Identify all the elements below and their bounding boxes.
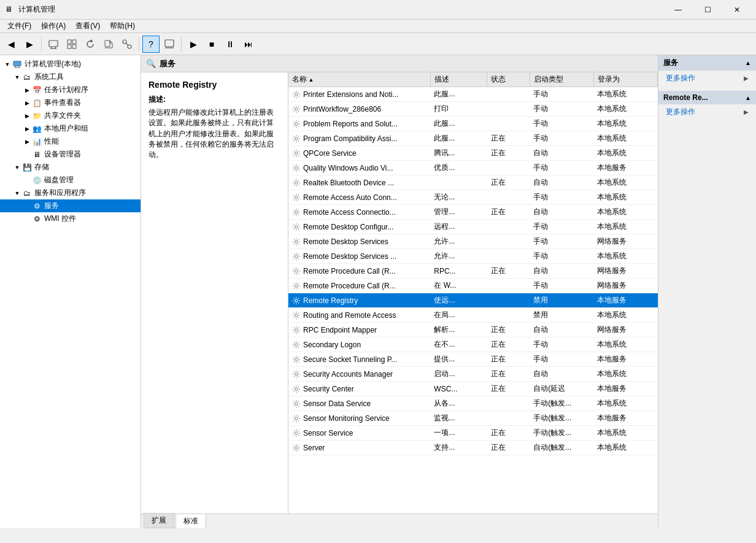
event-toggle[interactable]: ▶ [22,98,32,108]
tree-system-tools[interactable]: ▼ 🗂 系统工具 [0,71,141,83]
table-row[interactable]: Remote Procedure Call (R...RPC...正在自动网络服… [288,264,658,279]
detail-title: Remote Registry [148,80,280,90]
perf-toggle[interactable]: ▶ [22,137,32,147]
tree-device-manager[interactable]: ▶ 🖥 设备管理器 [0,148,141,161]
export-button[interactable] [100,36,117,53]
shared-toggle[interactable]: ▶ [22,111,32,121]
back-button[interactable]: ◀ [2,36,20,53]
service-logon: 本地服务 [593,293,657,308]
right-action-more-1[interactable]: 更多操作 ▶ [658,71,756,86]
help-button[interactable]: ? [142,36,160,53]
view-button[interactable] [161,36,178,53]
service-desc: 优质... [430,161,487,175]
table-row[interactable]: Quality Windows Audio Vi...优质...手动本地服务 [288,161,658,175]
tree-root[interactable]: ▼ 计算机管理(本地) [0,58,141,71]
col-status[interactable]: 状态 [487,72,530,87]
forward-button[interactable]: ▶ [21,36,38,53]
tree-shared-folders[interactable]: ▶ 📁 共享文件夹 [0,109,141,122]
menu-file[interactable]: 文件(F) [2,20,36,33]
svc-toggle[interactable]: ▼ [12,188,22,198]
shared-label: 共享文件夹 [44,110,81,121]
col-startup[interactable]: 启动类型 [530,72,593,87]
tab-expand[interactable]: 扩展 [144,513,174,528]
minimize-button[interactable]: — [664,0,692,20]
table-row[interactable]: Remote Access Connectio...管理...正在自动本地系统 [288,205,658,220]
close-button[interactable]: ✕ [723,0,751,20]
tree-storage[interactable]: ▼ 💾 存储 [0,161,141,174]
tree-services[interactable]: ▶ ⚙ 服务 [0,199,141,212]
services-table-container[interactable]: 名称 描述 状态 启动类型 登录为 Printer Extensions and… [288,72,658,514]
table-row[interactable]: QPCore Service腾讯...正在自动本地系统 [288,146,658,161]
service-name-cell: Remote Procedure Call (R... [288,264,430,279]
table-row[interactable]: Routing and Remote Access在局...禁用本地系统 [288,308,658,323]
play-button[interactable]: ▶ [185,36,202,53]
service-logon: 本地系统 [593,102,657,117]
maximize-button[interactable]: ☐ [693,0,722,20]
services-icon: ⚙ [32,201,42,211]
left-tree-panel: ▼ 计算机管理(本地) ▼ 🗂 系统工具 ▶ 📅 任务计划程序 [0,55,141,528]
table-row[interactable]: Realtek Bluetooth Device ...正在自动本地系统 [288,175,658,190]
table-row[interactable]: Remote Procedure Call (R...在 W...手动网络服务 [288,279,658,293]
stop-button[interactable]: ■ [203,36,220,53]
service-status [487,249,530,264]
tab-standard[interactable]: 标准 [176,514,206,528]
menu-action[interactable]: 操作(A) [36,20,71,33]
table-row[interactable]: Remote Desktop Services允许...手动网络服务 [288,234,658,249]
table-row[interactable]: Secondary Logon在不...正在手动本地系统 [288,337,658,352]
tree-local-users[interactable]: ▶ 👥 本地用户和组 [0,122,141,135]
tree-disk-management[interactable]: ▶ 💿 磁盘管理 [0,174,141,187]
col-logon[interactable]: 登录为 [593,72,657,87]
gear-icon [292,399,301,408]
right-panel: 服务 ▲ 更多操作 ▶ Remote Re... ▲ 更多操作 ▶ [658,55,756,528]
search-icon: 🔍 [146,59,156,68]
tree-event-viewer[interactable]: ▶ 📋 事件查看器 [0,96,141,109]
svg-point-35 [295,314,298,316]
pause-button[interactable]: ⏸ [222,36,239,53]
table-row[interactable]: Printer Extensions and Noti...此服...手动本地系… [288,87,658,102]
table-row[interactable]: Secure Socket Tunneling P...提供...正在手动本地服… [288,352,658,367]
table-row[interactable]: Sensor Data Service从各...手动(触发...本地系统 [288,396,658,411]
table-row[interactable]: Remote Desktop Services ...允许...手动本地系统 [288,249,658,264]
right-action-more-2[interactable]: 更多操作 ▶ [658,104,756,120]
table-row[interactable]: Program Compatibility Assi...此服...正在手动本地… [288,131,658,146]
service-name-cell: Quality Windows Audio Vi... [288,161,430,175]
connect-button[interactable] [118,36,136,53]
table-row[interactable]: Security Accounts Manager启动...正在自动本地系统 [288,367,658,382]
svg-point-44 [295,446,298,449]
col-name[interactable]: 名称 [288,72,430,87]
table-row[interactable]: Remote Access Auto Conn...无论...手动本地系统 [288,190,658,205]
tree-task-scheduler[interactable]: ▶ 📅 任务计划程序 [0,83,141,96]
table-row[interactable]: PrintWorkflow_286e806打印手动本地系统 [288,102,658,117]
menu-view[interactable]: 查看(V) [71,20,105,33]
users-toggle[interactable]: ▶ [22,124,32,134]
list-button[interactable] [63,36,80,53]
root-toggle[interactable]: ▼ [2,60,12,69]
step-button[interactable]: ⏭ [240,36,257,53]
service-desc: 此服... [430,131,487,146]
gear-icon [292,326,301,334]
table-row[interactable]: Remote Desktop Configur...远程...手动本地系统 [288,220,658,234]
table-row[interactable]: Security CenterWSC...正在自动(延迟本地服务 [288,382,658,396]
tree-services-apps[interactable]: ▼ 🗂 服务和应用程序 [0,187,141,199]
col-desc[interactable]: 描述 [430,72,487,87]
refresh-button[interactable] [82,36,99,53]
tree-performance[interactable]: ▶ 📊 性能 [0,135,141,148]
table-row[interactable]: Remote Registry使远...禁用本地服务 [288,293,658,308]
service-status [487,220,530,234]
right-arrow-icon-2: ▶ [744,109,749,115]
right-section-1-label: 服务 [663,58,678,68]
task-scheduler-toggle[interactable]: ▶ [22,85,32,95]
table-row[interactable]: Sensor Monitoring Service监视...手动(触发...本地… [288,411,658,426]
storage-toggle[interactable]: ▼ [12,163,22,172]
system-tools-toggle[interactable]: ▼ [12,72,22,82]
computer-button[interactable] [45,36,62,53]
svg-point-42 [295,417,298,419]
tree-wmi[interactable]: ▶ ⚙ WMI 控件 [0,212,141,225]
table-row[interactable]: RPC Endpoint Mapper解析...正在自动网络服务 [288,323,658,337]
table-row[interactable]: Server支持...正在自动(触发...本地系统 [288,441,658,455]
gear-icon [292,164,301,172]
services-header-title: 服务 [160,58,176,69]
table-row[interactable]: Problem Reports and Solut...此服...手动本地系统 [288,117,658,131]
menu-help[interactable]: 帮助(H) [105,20,140,33]
table-row[interactable]: Sensor Service一项...正在手动(触发...本地系统 [288,426,658,441]
